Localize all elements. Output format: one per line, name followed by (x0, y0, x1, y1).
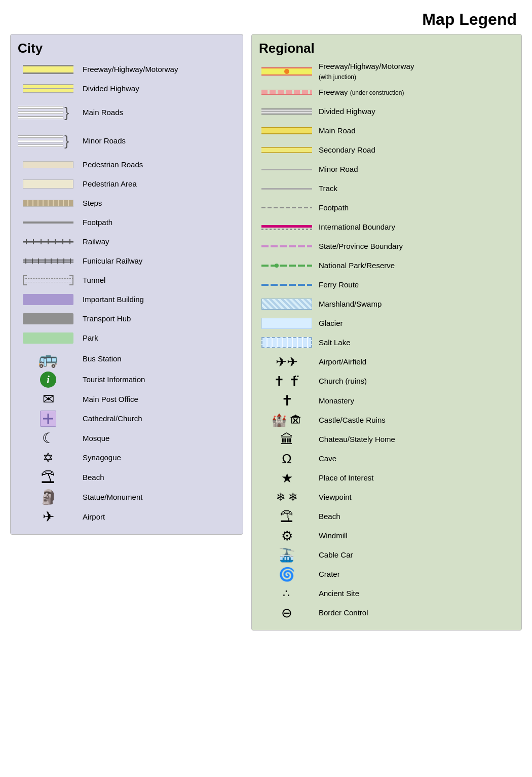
reg-main-road-label: Main Road (315, 126, 356, 136)
regional-panel: Regional Freeway/Highway/Motorway(with j… (251, 34, 522, 631)
ftick (45, 258, 46, 264)
park-symbol (18, 332, 79, 344)
airport-city-symbol: ✈ (18, 508, 79, 525)
list-item: ✝ Monastery (259, 392, 514, 409)
minor-road-line1 (18, 135, 63, 138)
minor-roads-brace: } (18, 134, 79, 148)
list-item: Freeway/Highway/Motorway(with junction) (259, 61, 514, 81)
railway-ticks (23, 239, 73, 244)
pedestrian-roads-label: Pedestrian Roads (79, 160, 143, 170)
reg-cablecar-symbol: 🚠 (259, 547, 315, 563)
list-item: State/Province Boundary (259, 238, 514, 254)
main-roads-lines (18, 106, 63, 119)
list-item: Tunnel (18, 272, 236, 288)
reg-windmill-label: Windmill (315, 531, 348, 541)
list-item: ★ Place of Interest (259, 470, 514, 486)
reg-freeway-construction-symbol (259, 90, 315, 95)
ftick (63, 258, 64, 264)
reg-border-label: Border Control (315, 608, 368, 618)
list-item: Steps (18, 195, 236, 211)
list-item: Secondary Road (259, 142, 514, 158)
list-item: 🚠 Cable Car (259, 547, 514, 563)
minor-road-line3 (18, 144, 63, 147)
beach-city-icon: ⛱ (41, 469, 55, 486)
reg-ancient-label: Ancient Site (315, 588, 359, 599)
freeway-road-icon (23, 65, 73, 74)
ftick (57, 258, 58, 264)
railway-label: Railway (79, 237, 109, 247)
reg-ferry-label: Ferry Route (315, 280, 359, 290)
synagogue-label: Synagogue (79, 453, 121, 463)
list-item: Minor Road (259, 161, 514, 177)
list-item: 🚌 Bus Station (18, 349, 236, 368)
cathedral-icon (40, 411, 56, 427)
reg-glacier-symbol (259, 318, 315, 329)
reg-marsh-icon (261, 299, 312, 310)
statue-symbol: 🗿 (18, 489, 79, 505)
reg-viewpoint-icon: ❄ ❄ (276, 491, 297, 504)
list-item: 🏛 Chateau/Stately Home (259, 431, 514, 448)
airport-city-icon: ✈ (43, 508, 54, 525)
reg-castle-label: Castle/Castle Ruins (315, 415, 386, 425)
list-item: Ferry Route (259, 277, 514, 293)
reg-saltlake-icon (261, 337, 312, 348)
ftick (25, 258, 26, 264)
reg-freeway-symbol (259, 67, 315, 76)
tourist-info-icon: i (40, 372, 56, 388)
list-item: Divided Highway (259, 103, 514, 120)
list-item: Freeway (under construction) (259, 84, 514, 100)
tick (26, 239, 27, 244)
list-item: i Tourist Information (18, 372, 236, 388)
reg-track-symbol (259, 188, 315, 190)
reg-state-boundary-icon (261, 245, 312, 247)
transport-hub-icon (23, 313, 73, 324)
reg-airport-label: Airport/Airfield (315, 357, 366, 367)
list-item: Glacier (259, 315, 514, 331)
list-item: 🏰 🏚 Castle/Castle Ruins (259, 412, 514, 428)
reg-crater-symbol: 🌀 (259, 567, 315, 582)
transport-hub-label: Transport Hub (79, 314, 131, 324)
ib-dots-line (261, 229, 312, 230)
reg-ferry-symbol (259, 284, 315, 286)
footpath-label: Footpath (79, 217, 112, 228)
reg-saltlake-label: Salt Lake (315, 338, 351, 348)
tunnel-dashed-line (23, 278, 73, 282)
reg-minor-icon (261, 169, 312, 170)
list-item: ✝ ✝̈ Church (ruins) (259, 373, 514, 389)
reg-border-symbol: ⊖ (259, 605, 315, 621)
freeway-label: Freeway/Highway/Motorway (79, 64, 178, 75)
reg-castle-icon: 🏰 🏚 (272, 413, 302, 427)
pedestrian-area-symbol (18, 179, 79, 189)
tick (69, 239, 70, 244)
list-item: Freeway/Highway/Motorway (18, 61, 236, 78)
reg-monastery-label: Monastery (315, 396, 354, 406)
list-item: ∴ Ancient Site (259, 585, 514, 602)
tick (33, 239, 34, 244)
cross-horizontal (43, 418, 53, 420)
list-item: 🗿 Statue/Monument (18, 489, 236, 505)
reg-monastery-icon: ✝ (281, 392, 293, 409)
reg-minor-symbol (259, 169, 315, 170)
funicular-icon (23, 258, 73, 264)
list-item: Pedestrian Roads (18, 157, 236, 173)
list-item: } Main Roads (18, 100, 236, 125)
reg-freeway-icon (261, 67, 312, 76)
divided-road-icon (23, 84, 73, 93)
reg-beach-label: Beach (315, 511, 340, 522)
reg-ferry-icon (261, 284, 312, 286)
reg-divided-icon (261, 108, 312, 115)
main-road-line2 (18, 111, 63, 114)
reg-ancient-icon: ∴ (283, 587, 291, 600)
divided-highway-symbol (18, 84, 79, 93)
reg-chateau-icon: 🏛 (280, 432, 293, 448)
beach-city-label: Beach (79, 472, 104, 483)
mosque-symbol: ☾ (18, 430, 79, 447)
reg-state-boundary-symbol (259, 245, 315, 247)
reg-monastery-symbol: ✝ (259, 392, 315, 409)
minor-roads-lines (18, 135, 63, 147)
tick (55, 239, 56, 244)
regional-heading: Regional (259, 41, 514, 56)
reg-minor-label: Minor Road (315, 164, 358, 174)
reg-castle-symbol: 🏰 🏚 (259, 413, 315, 427)
reg-footpath-icon (261, 207, 312, 208)
